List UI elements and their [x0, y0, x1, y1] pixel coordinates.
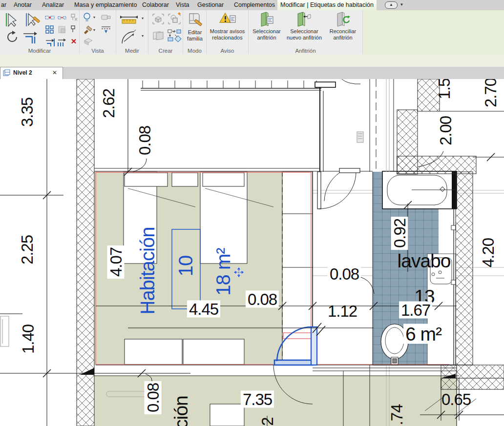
- panel-label-aviso[interactable]: Aviso: [207, 48, 248, 54]
- seleccionar-nuevo-anfitrion-button[interactable]: Seleccionar nuevo anfitrión: [285, 12, 324, 41]
- seleccionar-nuevo-anfitrion-label: Seleccionar nuevo anfitrión: [287, 28, 322, 41]
- mostrar-avisos-button[interactable]: Mostrar avisos relacionados: [208, 12, 247, 41]
- dim-0-74[interactable]: .74: [389, 405, 405, 426]
- delete-icon[interactable]: ✕: [69, 37, 79, 47]
- panel-anfitrion: Seleccionar anfitrión Seleccionar nuevo …: [249, 10, 363, 54]
- collapse-caret-icon[interactable]: ▼: [399, 2, 403, 7]
- linework-icon[interactable]: [100, 25, 110, 35]
- dim-0-08-right[interactable]: 0.08: [328, 265, 361, 283]
- dim-2-70[interactable]: 2.70: [483, 79, 499, 107]
- tab-complementos[interactable]: Complementos: [231, 0, 278, 10]
- tab-masa-y-emplazamiento[interactable]: Masa y emplazamiento: [71, 0, 140, 10]
- tab-gestionar[interactable]: Gestionar: [194, 0, 227, 10]
- modify-button[interactable]: [3, 12, 21, 30]
- reconciliar-anfitrion-button[interactable]: Reconciliar anfitrión: [326, 12, 360, 41]
- dim-4-07[interactable]: 4.07: [107, 245, 125, 279]
- nightstand: [172, 173, 198, 186]
- trim-icon[interactable]: [45, 38, 55, 47]
- dropdown-icon[interactable]: ▾: [142, 16, 144, 20]
- dim-1-40[interactable]: 1.40: [20, 325, 36, 354]
- dim-3-35[interactable]: 3.35: [19, 98, 35, 127]
- room-tag-lavabo-name[interactable]: lavabo: [398, 251, 451, 270]
- bathtub[interactable]: [382, 171, 457, 209]
- options-bar: [0, 54, 504, 67]
- dim-2-00[interactable]: 2.00: [438, 116, 454, 145]
- view-tab-close-icon[interactable]: ✕: [52, 69, 57, 76]
- dim-0-08-top[interactable]: 0.08: [136, 124, 153, 157]
- view-tab-nivel-2[interactable]: Nivel 2 ✕: [0, 67, 63, 79]
- lightbulb-icon[interactable]: [83, 12, 92, 22]
- dresser-left: [125, 339, 182, 365]
- tab-modificar-contextual[interactable]: Modificar | Etiquetas de habitación: [277, 0, 377, 10]
- top-door-leaf[interactable]: [315, 82, 336, 87]
- ribbon-collapse-control[interactable]: ▲ ▼: [385, 1, 404, 9]
- split-element-icon[interactable]: [45, 13, 55, 23]
- panel-modificar: ✕ Modificar: [0, 10, 80, 54]
- offset-icon[interactable]: [57, 38, 67, 47]
- dim-0-08-mid[interactable]: 0.08: [246, 291, 279, 308]
- dim-1-5[interactable]: 1.5: [436, 79, 452, 99]
- panel-label-crear[interactable]: Crear: [148, 48, 183, 54]
- dim-4-20[interactable]: 4.20: [480, 238, 496, 267]
- angle-measure-icon[interactable]: [119, 29, 129, 39]
- seleccionar-anfitrion-button[interactable]: Seleccionar anfitrión: [251, 12, 283, 41]
- headboard-left: [125, 173, 168, 186]
- scale-icon[interactable]: [57, 25, 67, 35]
- wardrobe[interactable]: [282, 172, 313, 365]
- create-similar-icon[interactable]: [167, 12, 177, 22]
- array-icon[interactable]: [45, 25, 55, 35]
- view-cube-icon[interactable]: [83, 37, 92, 46]
- collapse-icon[interactable]: ▲: [385, 1, 398, 9]
- pin-icon[interactable]: [68, 24, 78, 34]
- dim-0-65[interactable]: 0.65: [441, 391, 471, 407]
- dropdown-icon[interactable]: ▾: [93, 28, 95, 32]
- view-tab-bar: Nivel 2 ✕: [0, 67, 504, 79]
- room-tag-habitacion-area[interactable]: 18 m²: [213, 248, 233, 295]
- panel-label-modo[interactable]: Modo: [183, 48, 206, 54]
- measure-tape-icon[interactable]: [119, 13, 129, 23]
- reconcile-host-icon: [335, 12, 351, 27]
- dim-2-62[interactable]: 2.62: [101, 89, 117, 118]
- host-door-icon: [258, 12, 275, 27]
- tab-anotar[interactable]: Anotar: [11, 0, 35, 10]
- drawing-canvas[interactable]: 3.35 2.62 0.08 2.25 4.07 1.40 Habitación…: [0, 79, 504, 426]
- door-leaf: [317, 172, 321, 209]
- panel-label-medir[interactable]: Medir: [116, 48, 148, 54]
- split-gap-icon[interactable]: [57, 13, 67, 23]
- dropdown-icon[interactable]: ▾: [142, 34, 144, 38]
- door-swing-arc: [324, 173, 339, 201]
- rotate-button[interactable]: [5, 30, 20, 45]
- dim-7-35[interactable]: 7.35: [241, 391, 274, 408]
- tab-colaborar[interactable]: Colaborar: [139, 0, 172, 10]
- room-tag-habitacion-number[interactable]: 10: [176, 256, 195, 277]
- editar-familia-button[interactable]: Editar familia: [185, 12, 205, 41]
- tab-analizar[interactable]: Analizar: [39, 0, 67, 10]
- headboard-right: [203, 173, 244, 186]
- panel-label-anfitrion[interactable]: Anfitrión: [249, 48, 362, 54]
- dim-0-08-bottom[interactable]: 0.08: [145, 381, 162, 414]
- dim-4-45[interactable]: 4.45: [187, 301, 220, 318]
- reconciliar-anfitrion-label: Reconciliar anfitrión: [330, 28, 356, 41]
- dim-2-partial[interactable]: 2: [259, 417, 275, 426]
- create-group-icon[interactable]: [151, 12, 161, 22]
- paintbrush-icon[interactable]: [83, 25, 92, 35]
- dim-1-67[interactable]: 1.67: [399, 302, 432, 319]
- tab-partial[interactable]: ar: [0, 0, 9, 10]
- room-tag-lower-partial[interactable]: ción: [171, 396, 190, 426]
- panel-label-vista[interactable]: Vista: [80, 48, 116, 54]
- dim-2-25[interactable]: 2.25: [19, 235, 35, 264]
- room-tag-lavabo-area[interactable]: 6 m²: [403, 324, 443, 344]
- dropdown-icon[interactable]: ▾: [93, 15, 95, 20]
- dim-0-92[interactable]: 0.92: [391, 217, 408, 250]
- assembly-icon[interactable]: [151, 29, 161, 39]
- room-tag-habitacion-name[interactable]: Habitación: [138, 227, 157, 314]
- parts-icon[interactable]: [167, 29, 177, 39]
- dim-1-12[interactable]: 1.12: [328, 303, 357, 319]
- align-button[interactable]: [21, 31, 38, 45]
- modify-edit-button[interactable]: [23, 12, 41, 30]
- camera-3d-icon[interactable]: [100, 12, 110, 22]
- unpin-icon[interactable]: [68, 12, 78, 22]
- tab-vista[interactable]: Vista: [173, 0, 192, 10]
- floor-plan-view-icon: [3, 69, 11, 77]
- panel-label-modificar[interactable]: Modificar: [0, 48, 79, 54]
